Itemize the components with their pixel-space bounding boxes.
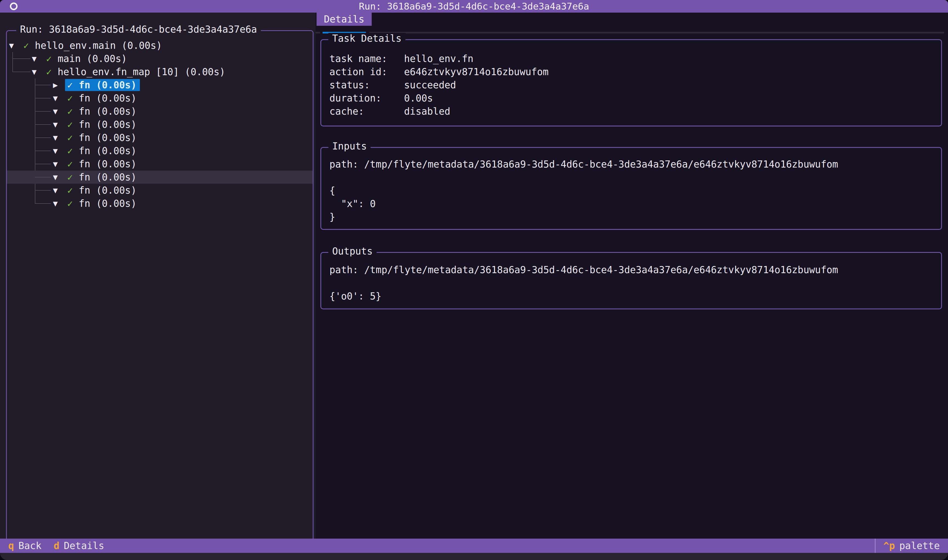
run-tree-panel: Run: 3618a6a9-3d5d-4d6c-bce4-3de3a4a37e6… <box>6 30 314 547</box>
check-icon: ✓ <box>67 132 79 143</box>
task-detail-label: status: <box>329 80 404 91</box>
tree-row-label: fn (0.00s) <box>79 132 137 143</box>
task-detail-label: task name: <box>329 53 404 64</box>
status-bar: qBackdDetails ^ppalette <box>0 538 948 553</box>
expanded-arrow-icon[interactable]: ▼ <box>32 54 44 63</box>
task-detail-label: cache: <box>329 106 404 117</box>
tab-details-label: Details <box>324 14 365 25</box>
check-icon: ✓ <box>67 106 79 117</box>
tree-row[interactable]: ▼✓fn (0.00s) <box>7 92 313 105</box>
task-detail-row: cache:disabled <box>329 105 936 118</box>
expanded-arrow-icon[interactable]: ▼ <box>53 146 65 155</box>
window-bottom-edge <box>0 553 948 560</box>
tree-row-label: fn (0.00s) <box>79 172 137 183</box>
tree-row[interactable]: ▼✓hello_env.fn_map [10] (0.00s) <box>7 65 313 78</box>
check-icon: ✓ <box>67 145 79 156</box>
tree-row[interactable]: ▼✓fn (0.00s) <box>7 157 313 171</box>
tree-row[interactable]: ▼✓hello_env.main (0.00s) <box>7 39 313 52</box>
tree-row-label: fn (0.00s) <box>79 93 137 104</box>
task-detail-label: action id: <box>329 66 404 77</box>
run-tree: ▼✓hello_env.main (0.00s) ▼✓main (0.00s) … <box>7 31 313 546</box>
task-detail-row: action id:e646ztvkyv8714o16zbuwufom <box>329 65 936 78</box>
tree-row[interactable]: ▼✓fn (0.00s) <box>7 171 313 184</box>
expanded-arrow-icon[interactable]: ▼ <box>53 107 65 116</box>
tree-row-label: hello_env.main (0.00s) <box>35 40 162 51</box>
task-detail-value: e646ztvkyv8714o16zbuwufom <box>404 66 549 77</box>
details-hotkey[interactable]: d <box>54 540 59 551</box>
check-icon: ✓ <box>67 93 79 104</box>
task-detail-label: duration: <box>329 93 404 104</box>
tree-row-label: fn (0.00s) <box>79 158 137 169</box>
tree-row[interactable]: ▼✓fn (0.00s) <box>7 197 313 210</box>
palette-hotkey[interactable]: ^p <box>883 540 895 551</box>
check-icon: ✓ <box>67 158 79 169</box>
status-bar-separator <box>875 538 876 553</box>
tree-row-label: fn (0.00s) <box>79 185 137 196</box>
tree-row-label: fn (0.00s) <box>79 119 137 130</box>
titlebar: Run: 3618a6a9-3d5d-4d6c-bce4-3de3a4a37e6… <box>0 0 948 12</box>
outputs-path: path: /tmp/flyte/metadata/3618a6a9-3d5d-… <box>329 263 936 277</box>
check-icon: ✓ <box>23 40 35 51</box>
check-icon: ✓ <box>67 119 79 130</box>
circle-outline-icon <box>10 3 18 10</box>
task-detail-row: duration:0.00s <box>329 92 936 105</box>
tree-row-label: main (0.00s) <box>58 53 127 64</box>
check-icon: ✓ <box>46 53 58 64</box>
tab-underline <box>315 32 944 34</box>
run-tree-region: Run: 3618a6a9-3d5d-4d6c-bce4-3de3a4a37e6… <box>0 12 315 538</box>
expanded-arrow-icon[interactable]: ▼ <box>53 172 65 182</box>
back-label[interactable]: Back <box>18 540 42 551</box>
back-hotkey[interactable]: q <box>8 540 14 551</box>
task-detail-value: hello_env.fn <box>404 53 474 64</box>
outputs-box: Outputs path: /tmp/flyte/metadata/3618a6… <box>320 252 942 309</box>
collapsed-arrow-icon[interactable]: ▶ <box>53 80 65 90</box>
tree-row-label: fn (0.00s) <box>79 198 137 209</box>
tree-row-label: hello_env.fn_map [10] (0.00s) <box>58 66 225 77</box>
inputs-path: path: /tmp/flyte/metadata/3618a6a9-3d5d-… <box>329 158 936 171</box>
check-icon: ✓ <box>67 185 79 196</box>
tree-row-label: fn (0.00s) <box>79 106 137 117</box>
window-title: Run: 3618a6a9-3d5d-4d6c-bce4-3de3a4a37e6… <box>359 1 589 12</box>
task-detail-row: task name:hello_env.fn <box>329 52 936 65</box>
inputs-box-title: Inputs <box>328 141 371 152</box>
inputs-json: { "x": 0 } <box>329 171 936 223</box>
tab-details[interactable]: Details <box>317 12 372 26</box>
details-label[interactable]: Details <box>64 540 104 551</box>
expanded-arrow-icon[interactable]: ▼ <box>53 159 65 169</box>
task-detail-row: status:succeeded <box>329 78 936 92</box>
tree-row-label: fn (0.00s) <box>79 80 137 91</box>
tree-row-selected[interactable]: ▶✓fn (0.00s) <box>7 78 313 92</box>
check-icon: ✓ <box>46 66 58 77</box>
tree-row[interactable]: ▼✓fn (0.00s) <box>7 105 313 118</box>
task-details-box: Task Details task name:hello_env.fn acti… <box>320 39 942 126</box>
expanded-arrow-icon[interactable]: ▼ <box>53 94 65 103</box>
expanded-arrow-icon[interactable]: ▼ <box>53 133 65 142</box>
tree-row[interactable]: ▼✓main (0.00s) <box>7 52 313 65</box>
expanded-arrow-icon[interactable]: ▼ <box>53 199 65 208</box>
check-icon: ✓ <box>67 198 79 209</box>
expanded-arrow-icon[interactable]: ▼ <box>53 120 65 129</box>
tree-row[interactable]: ▼✓fn (0.00s) <box>7 118 313 131</box>
tree-row[interactable]: ▼✓fn (0.00s) <box>7 131 313 144</box>
inputs-box: Inputs path: /tmp/flyte/metadata/3618a6a… <box>320 147 942 230</box>
expanded-arrow-icon[interactable]: ▼ <box>32 67 44 77</box>
expanded-arrow-icon[interactable]: ▼ <box>9 41 21 50</box>
task-detail-value: 0.00s <box>404 93 433 104</box>
task-details-rows: task name:hello_env.fn action id:e646ztv… <box>329 52 936 118</box>
task-detail-value: succeeded <box>404 80 456 91</box>
task-detail-value: disabled <box>404 106 450 117</box>
expanded-arrow-icon[interactable]: ▼ <box>53 186 65 195</box>
tree-row-label: fn (0.00s) <box>79 145 137 156</box>
check-icon: ✓ <box>67 172 79 183</box>
check-icon: ✓ <box>67 80 79 91</box>
outputs-box-title: Outputs <box>328 246 377 257</box>
task-details-box-title: Task Details <box>328 33 405 44</box>
tree-row[interactable]: ▼✓fn (0.00s) <box>7 144 313 157</box>
palette-label[interactable]: palette <box>899 540 940 551</box>
tree-row[interactable]: ▼✓fn (0.00s) <box>7 184 313 197</box>
app-window: Run: 3618a6a9-3d5d-4d6c-bce4-3de3a4a37e6… <box>0 0 948 560</box>
outputs-value: {'o0': 5} <box>329 277 936 303</box>
